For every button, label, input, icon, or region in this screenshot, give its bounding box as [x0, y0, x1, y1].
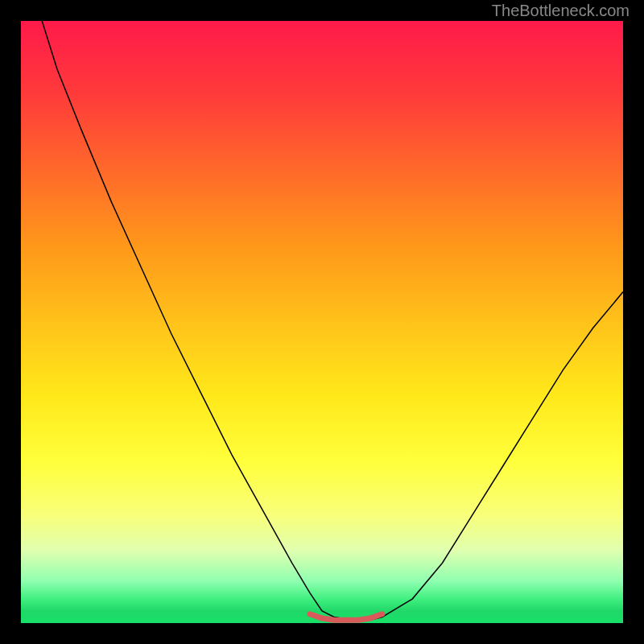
- watermark-text: TheBottleneck.com: [492, 2, 630, 20]
- optimal-zone-marker: [310, 614, 382, 621]
- bottleneck-curve-line: [42, 21, 623, 620]
- bottleneck-chart: [21, 21, 623, 623]
